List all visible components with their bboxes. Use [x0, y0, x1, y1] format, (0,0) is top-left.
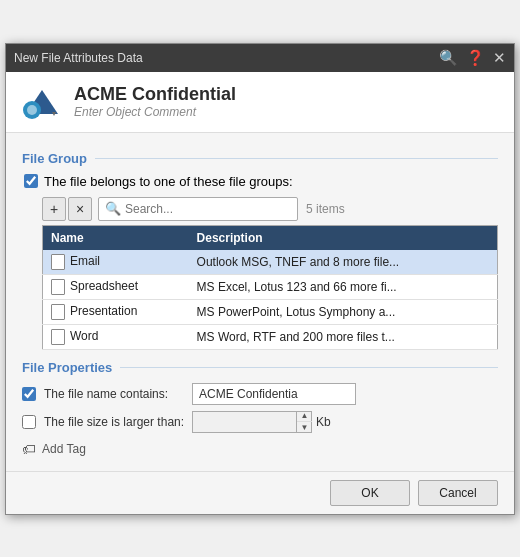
col-description: Description — [189, 225, 498, 250]
size-row: The file size is larger than: ▲ ▼ Kb — [22, 411, 498, 433]
title-bar-controls: 🔍 ❓ ✕ — [439, 49, 506, 67]
dialog-body: File Group The file belongs to one of th… — [6, 133, 514, 471]
item-count: 5 items — [306, 202, 345, 216]
search-icon[interactable]: 🔍 — [439, 49, 458, 67]
add-tag-label: Add Tag — [42, 442, 86, 456]
table-cell-name: Email — [43, 250, 189, 275]
title-bar: New File Attributes Data 🔍 ❓ ✕ — [6, 44, 514, 72]
title-bar-title: New File Attributes Data — [14, 51, 143, 65]
file-icon — [51, 279, 65, 295]
col-name: Name — [43, 225, 189, 250]
close-icon[interactable]: ✕ — [493, 49, 506, 67]
spinner-up[interactable]: ▲ — [297, 411, 312, 423]
header-text: ACME Confidential Enter Object Comment — [74, 84, 236, 119]
file-properties-divider — [120, 367, 498, 368]
tag-icon: 🏷 — [22, 441, 36, 457]
cancel-button[interactable]: Cancel — [418, 480, 498, 506]
file-properties-header: File Properties — [22, 360, 498, 375]
table-cell-description: MS Excel, Lotus 123 and 66 more fi... — [189, 274, 498, 299]
kb-label: Kb — [316, 415, 331, 429]
app-name: ACME Confidential — [74, 84, 236, 105]
file-icon — [51, 254, 65, 270]
file-group-checkbox[interactable] — [24, 174, 38, 188]
table-cell-description: Outlook MSG, TNEF and 8 more file... — [189, 250, 498, 275]
spinner-down[interactable]: ▼ — [297, 422, 312, 433]
table-row[interactable]: SpreadsheetMS Excel, Lotus 123 and 66 mo… — [43, 274, 498, 299]
file-group-checkbox-label: The file belongs to one of these file gr… — [44, 174, 293, 189]
table-cell-name: Presentation — [43, 299, 189, 324]
file-table-body: EmailOutlook MSG, TNEF and 8 more file..… — [43, 250, 498, 350]
file-group-divider — [95, 158, 498, 159]
search-box: 🔍 — [98, 197, 298, 221]
file-icon — [51, 329, 65, 345]
size-input — [192, 411, 312, 433]
header-subtitle: Enter Object Comment — [74, 105, 236, 119]
search-box-icon: 🔍 — [105, 201, 121, 216]
table-cell-name: Spreadsheet — [43, 274, 189, 299]
app-icon — [22, 82, 62, 122]
table-row[interactable]: PresentationMS PowerPoint, Lotus Symphon… — [43, 299, 498, 324]
toolbar-items-row: + × 🔍 5 items — [42, 197, 498, 221]
table-row[interactable]: EmailOutlook MSG, TNEF and 8 more file..… — [43, 250, 498, 275]
table-cell-name: Word — [43, 324, 189, 349]
file-group-label: File Group — [22, 151, 87, 166]
file-group-checkbox-row: The file belongs to one of these file gr… — [24, 174, 498, 189]
remove-button[interactable]: × — [68, 197, 92, 221]
dialog: New File Attributes Data 🔍 ❓ ✕ ACME Conf… — [5, 43, 515, 515]
size-checkbox[interactable] — [22, 415, 36, 429]
file-properties-label: File Properties — [22, 360, 112, 375]
table-row[interactable]: WordMS Word, RTF and 200 more files t... — [43, 324, 498, 349]
file-icon — [51, 304, 65, 320]
search-input[interactable] — [125, 202, 291, 216]
spinner-arrows: ▲ ▼ — [296, 411, 312, 433]
name-contains-input[interactable] — [192, 383, 356, 405]
file-table-head: Name Description — [43, 225, 498, 250]
add-tag-button[interactable]: 🏷 Add Tag — [22, 441, 498, 457]
help-icon[interactable]: ❓ — [466, 49, 485, 67]
file-group-section-header: File Group — [22, 151, 498, 166]
table-cell-description: MS Word, RTF and 200 more files t... — [189, 324, 498, 349]
file-table: Name Description EmailOutlook MSG, TNEF … — [42, 225, 498, 350]
size-label: The file size is larger than: — [44, 415, 184, 429]
size-input-wrapper: ▲ ▼ Kb — [192, 411, 331, 433]
name-contains-row: The file name contains: — [22, 383, 498, 405]
dialog-header: ACME Confidential Enter Object Comment — [6, 72, 514, 133]
file-properties-section: File Properties The file name contains: … — [22, 360, 498, 433]
add-button[interactable]: + — [42, 197, 66, 221]
name-contains-checkbox[interactable] — [22, 387, 36, 401]
svg-point-2 — [27, 105, 37, 115]
dialog-footer: OK Cancel — [6, 471, 514, 514]
ok-button[interactable]: OK — [330, 480, 410, 506]
table-cell-description: MS PowerPoint, Lotus Symphony a... — [189, 299, 498, 324]
name-contains-label: The file name contains: — [44, 387, 184, 401]
